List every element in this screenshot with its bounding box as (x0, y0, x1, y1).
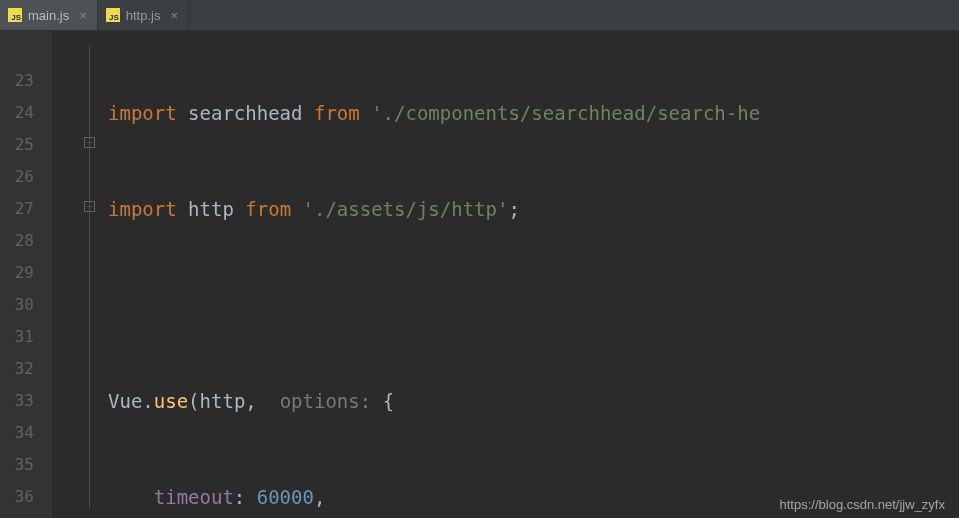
code-area[interactable]: import searchhead from './components/sea… (52, 31, 772, 518)
code-line: import searchhead from './components/sea… (108, 97, 772, 129)
line-number: 28 (0, 225, 34, 257)
gutter: 23 24 25 26 27 28 29 30 31 32 33 34 35 3… (0, 31, 52, 518)
line-number: 24 (0, 97, 34, 129)
js-icon: JS (8, 8, 22, 22)
line-number: 29 (0, 257, 34, 289)
watermark: https://blog.csdn.net/jjw_zyfx (780, 497, 945, 512)
line-number: 33 (0, 385, 34, 417)
line-number: 27 (0, 193, 34, 225)
close-icon[interactable]: × (170, 8, 178, 23)
line-number: 31 (0, 321, 34, 353)
line-number (0, 33, 34, 65)
tab-main-js[interactable]: JS main.js × (0, 0, 98, 30)
js-icon: JS (106, 8, 120, 22)
line-number: 25 (0, 129, 34, 161)
tab-label: http.js (126, 8, 161, 23)
line-number: 30 (0, 289, 34, 321)
code-line (108, 289, 772, 321)
line-number: 34 (0, 417, 34, 449)
code-editor[interactable]: 23 24 25 26 27 28 29 30 31 32 33 34 35 3… (0, 31, 959, 518)
line-number: 36 (0, 481, 34, 513)
tab-http-js[interactable]: JS http.js × (98, 0, 189, 30)
line-number: 26 (0, 161, 34, 193)
tab-label: main.js (28, 8, 69, 23)
line-number: 23 (0, 65, 34, 97)
line-number: 35 (0, 449, 34, 481)
tab-bar: JS main.js × JS http.js × (0, 0, 959, 31)
close-icon[interactable]: × (79, 8, 87, 23)
code-line: Vue.use(http, options: { (108, 385, 772, 417)
code-line: import http from './assets/js/http'; (108, 193, 772, 225)
line-number: 32 (0, 353, 34, 385)
code-line: timeout: 60000, (108, 481, 772, 513)
